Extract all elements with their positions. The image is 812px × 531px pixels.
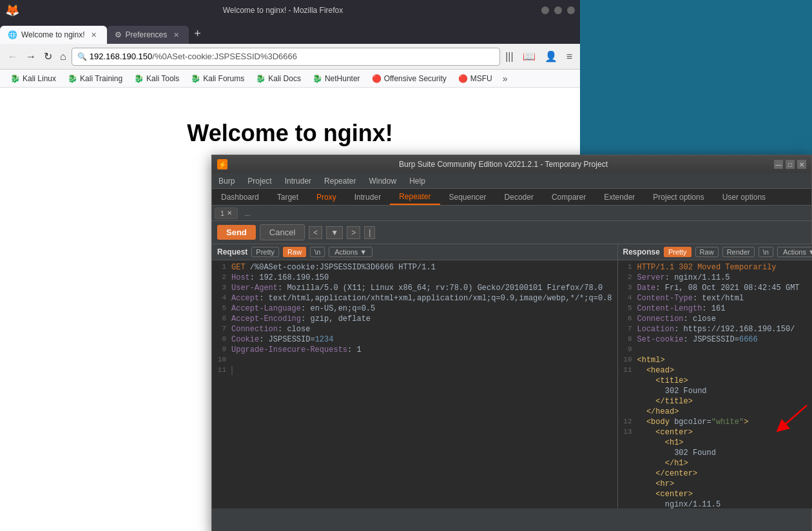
request-panel-title: Request — [217, 247, 247, 256]
library-button[interactable]: ||| — [503, 48, 516, 65]
burp-close-button[interactable]: ✕ — [797, 160, 806, 169]
bookmark-kali-linux[interactable]: 🐉 Kali Linux — [5, 73, 61, 84]
response-line-14: </title> — [618, 397, 812, 407]
tab-preferences[interactable]: ⚙ Preferences ✕ — [107, 26, 189, 44]
tab-nginx[interactable]: 🌐 Welcome to nginx! ✕ — [0, 26, 107, 44]
home-button[interactable]: ⌂ — [57, 48, 69, 65]
menu-burp[interactable]: Burp — [212, 173, 241, 188]
response-code-area[interactable]: 1 HTTP/1.1 302 Moved Temporarily 2 Serve… — [618, 260, 812, 508]
kali-forums-icon: 🐉 — [191, 74, 200, 83]
response-line-4: 4 Content-Type: text/html — [618, 294, 812, 304]
bookmarks-overflow-button[interactable]: » — [499, 72, 512, 85]
menu-intruder[interactable]: Intruder — [278, 173, 318, 188]
request-code-area[interactable]: 1 GET /%0ASet-cookie:JSPSESSID%3D6666 HT… — [212, 260, 617, 508]
response-newline-button[interactable]: \n — [759, 247, 773, 257]
address-path: /%0ASet-cookie:JSPSESSID%3D6666 — [152, 52, 297, 61]
tab-user-options[interactable]: User options — [713, 190, 775, 204]
response-raw-button[interactable]: Raw — [695, 247, 719, 257]
response-actions-dropdown-icon: ▼ — [808, 248, 812, 256]
tab-decoder[interactable]: Decoder — [496, 190, 543, 204]
send-button[interactable]: Send — [217, 225, 256, 240]
response-line-7: 7 Location: https://192.168.190.150/ — [618, 325, 812, 335]
menu-project[interactable]: Project — [241, 173, 278, 188]
menu-help[interactable]: Help — [403, 173, 432, 188]
pocket-button[interactable]: 📖 — [520, 48, 538, 65]
prev-request-button[interactable]: < — [309, 226, 322, 239]
kali-linux-icon: 🐉 — [10, 74, 20, 83]
tab-dashboard[interactable]: Dashboard — [212, 190, 268, 204]
burp-minimize-button[interactable]: — — [774, 160, 783, 169]
request-line-7: 7 Connection: close — [212, 325, 617, 335]
maximize-button[interactable]: □ — [554, 6, 562, 14]
response-line-2: 2 Server: nginx/1.11.5 — [618, 273, 812, 284]
kali-training-icon: 🐉 — [68, 74, 77, 83]
request-line-1: 1 GET /%0ASet-cookie:JSPSESSID%3D6666 HT… — [212, 263, 617, 273]
response-line-12: <title> — [618, 376, 812, 387]
tab-sequencer[interactable]: Sequencer — [440, 190, 496, 204]
request-dropdown-button[interactable]: ▼ — [326, 226, 343, 239]
request-line-11: 11 — [212, 366, 617, 376]
request-actions-button[interactable]: Actions ▼ — [329, 247, 372, 257]
request-pretty-button[interactable]: Pretty — [251, 247, 279, 257]
tab-repeater[interactable]: Repeater — [390, 189, 440, 205]
repeater-tab-more[interactable]: ... — [239, 208, 255, 218]
request-newline-button[interactable]: \n — [310, 247, 325, 257]
bookmark-kali-tools[interactable]: 🐉 Kali Tools — [129, 73, 184, 84]
bookmark-msfu[interactable]: 🔴 MSFU — [453, 73, 498, 84]
burp-window-controls: — □ ✕ — [774, 160, 806, 169]
response-pretty-button[interactable]: Pretty — [664, 247, 691, 257]
search-icon: 🔍 — [77, 52, 87, 61]
response-actions-button[interactable]: Actions ▼ — [777, 247, 812, 257]
close-button[interactable]: ✕ — [567, 6, 575, 14]
new-tab-button[interactable]: + — [189, 27, 206, 41]
tab-target[interactable]: Target — [268, 190, 307, 204]
response-line-10: 10 <html> — [618, 356, 812, 366]
repeater-tab-1[interactable]: 1 ✕ — [215, 208, 238, 219]
response-line-18: <h1> — [618, 438, 812, 449]
response-line-16: 12 <body bgcolor="white"> — [618, 418, 812, 428]
tab-intruder[interactable]: Intruder — [345, 190, 390, 204]
menu-button[interactable]: ≡ — [564, 48, 575, 65]
menu-window[interactable]: Window — [362, 173, 403, 188]
response-actions-label: Actions — [783, 248, 806, 256]
bookmark-kali-forums-label: Kali Forums — [203, 74, 244, 83]
tab-nginx-favicon: 🌐 — [8, 30, 17, 39]
response-line-6: 6 Connection: close — [618, 314, 812, 325]
cancel-button[interactable]: Cancel — [260, 224, 305, 240]
reload-button[interactable]: ↻ — [41, 48, 55, 65]
burp-maximize-button[interactable]: □ — [786, 160, 795, 169]
profile-button[interactable]: 👤 — [542, 48, 560, 65]
repeater-tab-1-close[interactable]: ✕ — [227, 209, 232, 217]
response-line-21: </center> — [618, 469, 812, 479]
request-line-2: 2 Host: 192.168.190.150 — [212, 273, 617, 284]
bookmark-nethunter[interactable]: 🐉 NetHunter — [307, 73, 365, 84]
next-request-button[interactable]: > — [347, 226, 360, 239]
response-line-17: 13 <center> — [618, 428, 812, 438]
bookmark-nethunter-label: NetHunter — [325, 74, 360, 83]
last-request-button[interactable]: | — [364, 226, 375, 239]
request-line-3: 3 User-Agent: Mozilla/5.0 (X11; Linux x8… — [212, 284, 617, 294]
bookmark-kali-forums[interactable]: 🐉 Kali Forums — [186, 73, 249, 84]
tab-extender[interactable]: Extender — [595, 190, 644, 204]
nethunter-icon: 🐉 — [313, 74, 322, 83]
msfu-icon: 🔴 — [458, 74, 468, 83]
tab-preferences-close[interactable]: ✕ — [171, 30, 181, 40]
response-panel-header: Response Pretty Raw Render \n Actions ▼ — [618, 244, 812, 260]
tab-nginx-close[interactable]: ✕ — [89, 30, 99, 40]
tab-proxy[interactable]: Proxy — [307, 190, 345, 204]
bookmark-kali-training[interactable]: 🐉 Kali Training — [63, 73, 128, 84]
minimize-button[interactable]: — — [541, 6, 549, 14]
back-button[interactable]: ← — [5, 48, 21, 65]
bookmark-offensive-security[interactable]: 🔴 Offensive Security — [367, 73, 452, 84]
tab-preferences-label: Preferences — [126, 30, 168, 39]
bookmark-kali-docs[interactable]: 🐉 Kali Docs — [251, 73, 306, 84]
request-raw-button[interactable]: Raw — [283, 247, 306, 257]
forward-button[interactable]: → — [23, 48, 39, 65]
bookmark-offensive-security-label: Offensive Security — [384, 74, 447, 83]
menu-repeater[interactable]: Repeater — [318, 173, 362, 188]
address-bar: 🔍 192.168.190.150/%0ASet-cookie:JSPSESSI… — [72, 48, 501, 66]
tab-comparer[interactable]: Comparer — [543, 190, 595, 204]
request-line-9: 9 Upgrade-Insecure-Requests: 1 — [212, 345, 617, 356]
tab-project-options[interactable]: Project options — [644, 190, 713, 204]
response-render-button[interactable]: Render — [722, 247, 755, 257]
